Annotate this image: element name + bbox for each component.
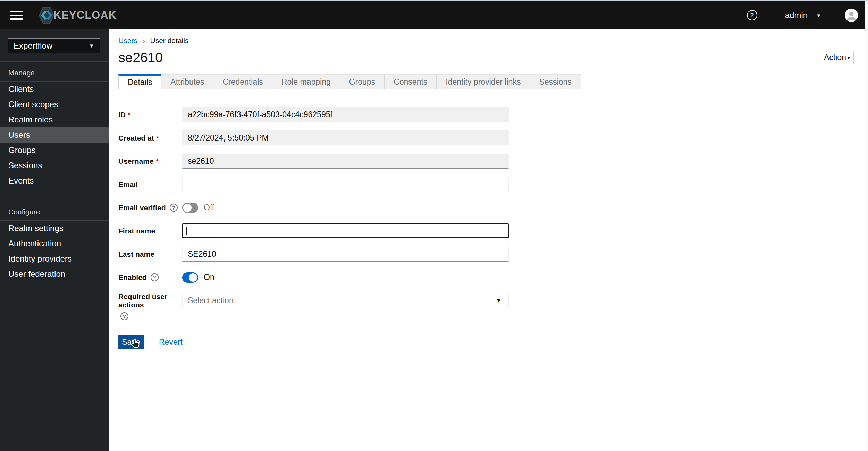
select-placeholder: Select action [188, 296, 234, 305]
field-row-email: Email [118, 177, 865, 192]
masthead-right: ? admin ▼ [747, 9, 858, 22]
field-row-last-name: Last name [118, 247, 865, 262]
user-details-form: ID * Created at * Username * [118, 107, 865, 349]
avatar[interactable] [845, 9, 858, 22]
sidebar-item-users[interactable]: Users [0, 127, 109, 143]
main-content: Users › User details se2610 Action ▼ Det… [109, 29, 865, 451]
last-name-field[interactable] [182, 247, 509, 262]
enabled-state: On [204, 273, 214, 282]
sidebar-item-client-scopes[interactable]: Client scopes [0, 97, 109, 112]
tab-identity-provider-links[interactable]: Identity provider links [437, 74, 530, 89]
email-field[interactable] [182, 177, 509, 192]
sidebar-item-events[interactable]: Events [0, 173, 109, 188]
tab-role-mapping[interactable]: Role mapping [272, 74, 340, 89]
chevron-right-icon: › [142, 37, 145, 44]
username-label: Username [118, 157, 154, 165]
caret-down-icon: ▼ [496, 298, 503, 304]
last-name-label: Last name [118, 250, 154, 258]
page-title: se2610 [118, 50, 865, 66]
email-label: Email [118, 180, 138, 189]
field-row-created-at: Created at * [118, 130, 865, 145]
breadcrumb-current: User details [150, 36, 189, 45]
id-label: ID [118, 111, 126, 119]
email-verified-label: Email verified [118, 204, 166, 212]
field-row-username: Username * [118, 154, 865, 169]
field-row-required-user-actions: Required user actions ? Select action ▼ [118, 293, 865, 320]
user-name: admin [785, 10, 808, 20]
required-marker: * [128, 111, 130, 118]
action-label: Action [824, 53, 846, 62]
tab-details[interactable]: Details [118, 74, 161, 89]
keycloak-admin-console: KEYCLOAK ? admin ▼ Expertflow ▼ [0, 0, 868, 451]
help-icon[interactable]: ? [151, 273, 159, 281]
required-user-actions-select[interactable]: Select action ▼ [182, 293, 509, 308]
tab-attributes[interactable]: Attributes [161, 74, 213, 89]
text-caret [186, 227, 187, 235]
created-at-label: Created at [118, 134, 154, 142]
masthead: KEYCLOAK ? admin ▼ [0, 1, 865, 29]
field-row-first-name: First name [118, 223, 865, 238]
sidebar-item-identity-providers[interactable]: Identity providers [0, 251, 109, 266]
required-marker: * [156, 157, 159, 164]
tab-groups[interactable]: Groups [340, 74, 385, 89]
tab-bar: Details Attributes Credentials Role mapp… [109, 74, 865, 89]
chevron-down-icon: ▼ [846, 55, 851, 60]
tab-sessions[interactable]: Sessions [530, 74, 581, 89]
realm-name: Expertflow [14, 41, 52, 51]
field-row-id: ID * [118, 107, 865, 122]
tab-credentials[interactable]: Credentials [213, 74, 272, 89]
revert-link[interactable]: Revert [159, 338, 183, 347]
sidebar-item-groups[interactable]: Groups [0, 143, 109, 158]
form-actions: Save Revert [118, 335, 865, 349]
username-field[interactable] [182, 154, 509, 169]
created-at-field[interactable] [182, 130, 509, 145]
required-user-actions-label: Required user actions [118, 292, 182, 309]
id-field[interactable] [182, 107, 509, 122]
chevron-down-icon: ▼ [816, 12, 821, 18]
sidebar-item-realm-settings[interactable]: Realm settings [0, 221, 109, 236]
sidebar-nav: Expertflow ▼ Manage Clients Client scope… [0, 29, 109, 451]
field-row-enabled: Enabled ? On [118, 270, 865, 285]
sidebar-item-authentication[interactable]: Authentication [0, 236, 109, 251]
email-verified-state: Off [204, 203, 214, 212]
email-verified-toggle[interactable] [182, 203, 198, 213]
enabled-label: Enabled [118, 273, 147, 282]
keycloak-hexagon-icon [37, 6, 56, 25]
sidebar-item-sessions[interactable]: Sessions [0, 158, 109, 173]
chevron-down-icon: ▼ [89, 43, 94, 49]
required-marker: * [157, 134, 159, 141]
browser-top-edge [0, 0, 868, 1]
nav-toggle-hamburger-icon[interactable] [10, 11, 23, 20]
user-menu-dropdown[interactable]: admin ▼ [785, 10, 821, 20]
field-row-email-verified: Email verified ? Off [118, 200, 865, 215]
sidebar-item-clients[interactable]: Clients [0, 82, 109, 97]
enabled-toggle[interactable] [182, 272, 198, 283]
brand-text: KEYCLOAK [53, 9, 117, 22]
scrollbar[interactable] [865, 1, 868, 451]
first-name-field[interactable] [182, 223, 509, 238]
first-name-label: First name [118, 227, 155, 235]
sidebar-item-user-federation[interactable]: User federation [0, 266, 109, 282]
tab-consents[interactable]: Consents [385, 74, 437, 89]
save-button[interactable]: Save [118, 335, 144, 349]
realm-selector-dropdown[interactable]: Expertflow ▼ [8, 38, 100, 53]
nav-section-configure: Configure [0, 201, 109, 220]
help-icon[interactable]: ? [747, 10, 757, 20]
action-dropdown-button[interactable]: Action ▼ [819, 51, 854, 64]
sidebar-item-realm-roles[interactable]: Realm roles [0, 112, 109, 127]
keycloak-logo: KEYCLOAK [37, 6, 117, 25]
help-icon[interactable]: ? [170, 204, 178, 212]
breadcrumb-users-link[interactable]: Users [118, 36, 137, 45]
help-icon[interactable]: ? [120, 312, 128, 320]
nav-section-manage: Manage [0, 62, 109, 81]
breadcrumb: Users › User details [118, 36, 865, 45]
